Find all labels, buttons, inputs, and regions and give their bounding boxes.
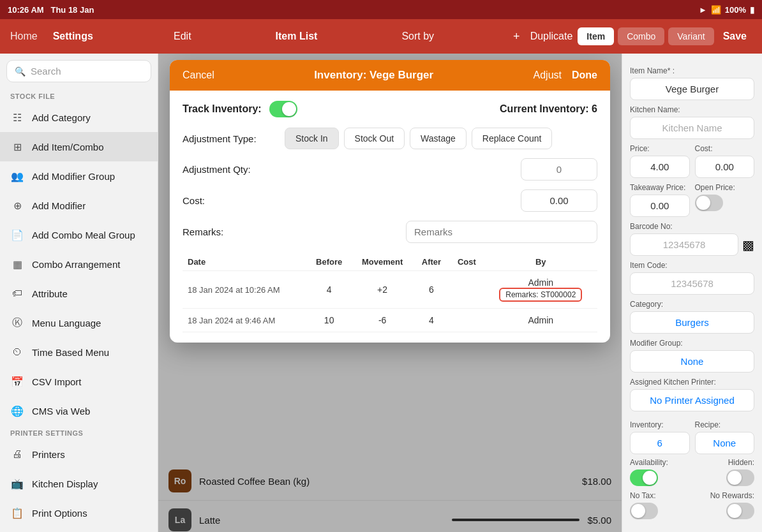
no-printer-button[interactable]: No Printer Assigned xyxy=(630,389,754,411)
no-rewards-toggle[interactable] xyxy=(726,503,754,519)
kitchen-name-field[interactable]: Kitchen Name xyxy=(630,117,754,139)
cost-input[interactable] xyxy=(521,189,597,212)
remarks-input[interactable] xyxy=(406,221,597,243)
sidebar-label: Combo Arrangement xyxy=(32,259,120,270)
modal-title: Inventory: Vege Burger xyxy=(314,69,433,82)
sidebar-item-add-item-combo[interactable]: ⊞ Add Item/Combo xyxy=(0,132,158,161)
plus-square-icon: ⊞ xyxy=(10,140,24,154)
price-cost-row: Price: 4.00 Cost: 0.00 xyxy=(630,139,754,178)
track-inventory-label: Track Inventory: xyxy=(183,103,262,115)
assigned-printer-label: Assigned Kitchen Printer: xyxy=(630,378,754,387)
sidebar-item-time-based-menu[interactable]: ⏲ Time Based Menu xyxy=(0,337,158,367)
sidebar-item-combo-arrangement[interactable]: ▦ Combo Arrangement xyxy=(0,249,158,279)
no-tax-toggle[interactable] xyxy=(630,503,658,519)
squares-icon: ▦ xyxy=(10,257,24,271)
tab-variant-button[interactable]: Variant xyxy=(668,27,713,45)
replace-count-button[interactable]: Replace Count xyxy=(472,128,553,149)
status-time: 10:26 AM Thu 18 Jan xyxy=(8,5,94,15)
sidebar-item-menu-language[interactable]: Ⓚ Menu Language xyxy=(0,308,158,337)
sidebar: 🔍 Search STOCK FILE ☷ Add Category ⊞ Add… xyxy=(0,54,158,532)
adjustment-qty-row: Adjustment Qty: xyxy=(183,158,597,181)
text-icon: Ⓚ xyxy=(10,316,24,330)
inventory-button[interactable]: 6 xyxy=(630,432,690,454)
table-row: 18 Jan 2024 at 10:26 AM 4 +2 6 Admin Rem… xyxy=(183,271,597,309)
track-inventory-toggle[interactable] xyxy=(269,101,297,117)
col-cost: Cost xyxy=(449,253,484,271)
nav-right: Item Combo Variant Save xyxy=(578,27,752,45)
cell-movement: +2 xyxy=(351,271,413,309)
sidebar-label: Kitchen Display xyxy=(32,478,98,489)
duplicate-button[interactable]: Duplicate xyxy=(525,31,578,42)
sidebar-item-csv-import[interactable]: 📅 CSV Import xyxy=(0,367,158,396)
open-price-toggle[interactable] xyxy=(695,195,723,211)
modal-header: Cancel Inventory: Vege Burger Adjust Don… xyxy=(170,60,610,91)
tab-combo-button[interactable]: Combo xyxy=(618,27,664,45)
sidebar-item-print-options[interactable]: 📋 Print Options xyxy=(0,498,158,528)
tab-item-button[interactable]: Item xyxy=(578,27,614,45)
stock-out-button[interactable]: Stock Out xyxy=(344,128,405,149)
home-button[interactable]: Home xyxy=(10,31,38,42)
category-button[interactable]: Burgers xyxy=(630,311,754,334)
history-table: Date Before Movement After Cost By 18 Ja… xyxy=(183,253,597,332)
stock-in-button[interactable]: Stock In xyxy=(285,128,339,149)
hidden-label: Hidden: xyxy=(728,458,754,467)
adjustment-qty-input[interactable] xyxy=(521,158,597,181)
sidebar-item-kitchen-display[interactable]: 📺 Kitchen Display xyxy=(0,469,158,498)
modal-done-button[interactable]: Done xyxy=(572,70,597,81)
modifier-group-button[interactable]: None xyxy=(630,350,754,373)
recipe-button[interactable]: None xyxy=(695,432,755,454)
sidebar-label: Print Options xyxy=(32,508,87,519)
stock-section-label: STOCK FILE xyxy=(0,89,158,103)
modal-cancel-button[interactable]: Cancel xyxy=(183,70,214,81)
recipe-label: Recipe: xyxy=(695,420,755,429)
sidebar-item-add-category[interactable]: ☷ Add Category xyxy=(0,103,158,132)
barcode-field[interactable]: 12345678 xyxy=(630,233,738,256)
sidebar-item-printers[interactable]: 🖨 Printers xyxy=(0,440,158,469)
sidebar-label: Add Category xyxy=(32,112,91,123)
cost-row: Cost: xyxy=(183,189,597,212)
hidden-toggle[interactable] xyxy=(726,469,754,486)
tag-icon: 🏷 xyxy=(10,286,24,300)
save-button[interactable]: Save xyxy=(718,31,752,42)
main-layout: 🔍 Search STOCK FILE ☷ Add Category ⊞ Add… xyxy=(0,54,762,532)
col-date: Date xyxy=(183,253,307,271)
sidebar-label: Add Modifier xyxy=(32,200,86,211)
cell-cost xyxy=(449,309,484,332)
cell-movement: -6 xyxy=(351,309,413,332)
top-nav: Home Settings Edit Item List Sort by + D… xyxy=(0,19,762,54)
cell-cost xyxy=(449,271,484,309)
item-code-field[interactable]: 12345678 xyxy=(630,272,754,295)
search-icon: 🔍 xyxy=(15,66,26,77)
content-area: Ro Roasted Coffee Bean (kg) $18.00 La La… xyxy=(158,54,622,532)
barcode-scan-icon[interactable]: ▩ xyxy=(742,237,754,253)
availability-toggle[interactable] xyxy=(630,469,658,486)
cost-label: Cost: xyxy=(183,195,285,206)
price-field[interactable]: 4.00 xyxy=(630,156,690,178)
display-icon: 📺 xyxy=(10,477,24,491)
sidebar-label: CSV Import xyxy=(32,376,82,387)
printer-section-label: PRINTER SETTINGS xyxy=(0,425,158,440)
sidebar-item-attribute[interactable]: 🏷 Attribute xyxy=(0,279,158,308)
doc-list-icon: 📋 xyxy=(10,506,24,520)
item-name-field[interactable]: Vege Burger xyxy=(630,78,754,100)
availability-label: Availability: xyxy=(630,458,668,467)
modal-body: Track Inventory: Current Inventory: 6 Ad… xyxy=(170,91,610,343)
takeaway-price-field[interactable]: 0.00 xyxy=(630,195,690,217)
search-input[interactable]: Search xyxy=(31,66,61,77)
item-list-button[interactable]: Item List xyxy=(271,31,323,42)
modal-adjust-button[interactable]: Adjust xyxy=(534,70,562,81)
sidebar-item-add-combo-meal-group[interactable]: 📄 Add Combo Meal Group xyxy=(0,220,158,249)
availability-hidden-row: Availability: Hidden: xyxy=(630,458,754,467)
modal-actions: Adjust Done xyxy=(534,70,597,81)
adjustment-type-label: Adjustment Type: xyxy=(183,133,285,144)
wastage-button[interactable]: Wastage xyxy=(410,128,467,149)
settings-button[interactable]: Settings xyxy=(53,31,93,42)
no-rewards-label: No Rewards: xyxy=(710,491,754,500)
clock-icon: ⏲ xyxy=(10,345,24,359)
search-box[interactable]: 🔍 Search xyxy=(6,60,151,82)
sidebar-item-add-modifier-group[interactable]: 👥 Add Modifier Group xyxy=(0,161,158,191)
sidebar-item-add-modifier[interactable]: ⊕ Add Modifier xyxy=(0,191,158,220)
edit-button[interactable]: Edit xyxy=(168,31,197,42)
sidebar-item-cms-via-web[interactable]: 🌐 CMS via Web xyxy=(0,396,158,425)
cost-field[interactable]: 0.00 xyxy=(695,156,755,178)
